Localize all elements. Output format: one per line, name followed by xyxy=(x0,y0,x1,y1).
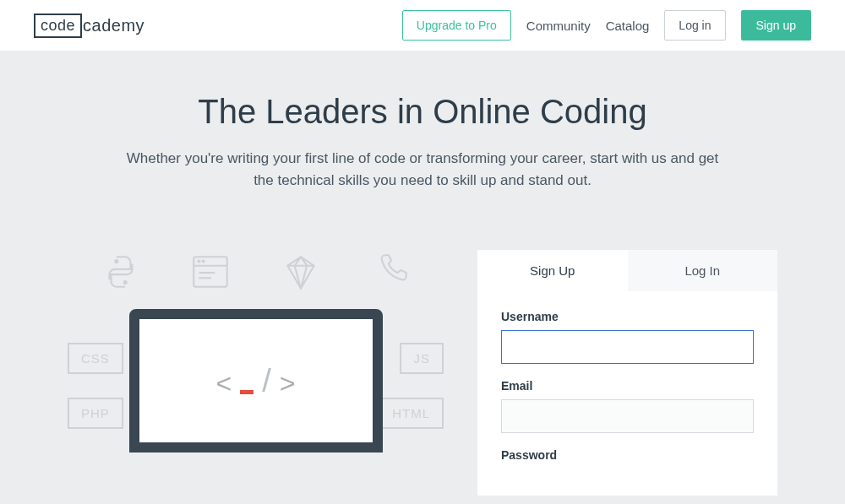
logo-text: cademy xyxy=(83,16,144,35)
badge-js: JS xyxy=(400,343,444,374)
logo[interactable]: codecademy xyxy=(34,14,144,38)
badge-php: PHP xyxy=(68,398,123,429)
hero-content-row: CSS JS PHP HTML < / > Sign Up xyxy=(51,250,794,496)
svg-point-4 xyxy=(199,260,200,262)
hero-subtitle: Whether you're writing your first line o… xyxy=(118,148,727,191)
site-header: codecademy Upgrade to Pro Community Cata… xyxy=(0,0,845,51)
logo-box: code xyxy=(34,14,82,38)
nav-community[interactable]: Community xyxy=(526,19,591,33)
tab-login[interactable]: Log In xyxy=(628,250,778,291)
ruby-icon xyxy=(279,250,323,294)
phone-icon xyxy=(368,250,412,294)
cursor-icon xyxy=(240,390,254,394)
username-label: Username xyxy=(501,310,754,323)
slash: / xyxy=(262,363,271,399)
svg-point-1 xyxy=(124,281,127,284)
angle-left: < xyxy=(216,368,232,399)
username-input[interactable] xyxy=(501,330,754,364)
tab-signup[interactable]: Sign Up xyxy=(477,250,628,291)
badge-css: CSS xyxy=(68,343,123,374)
illustration: CSS JS PHP HTML < / > xyxy=(68,250,444,486)
nav-catalog[interactable]: Catalog xyxy=(606,19,650,33)
signup-form: Username Email Password xyxy=(477,291,777,496)
hero-title: The Leaders in Online Coding xyxy=(51,93,794,131)
auth-tabs: Sign Up Log In xyxy=(477,250,777,291)
monitor-illustration: < / > xyxy=(129,309,383,453)
login-button[interactable]: Log in xyxy=(664,10,725,41)
signup-button[interactable]: Sign up xyxy=(741,10,811,41)
hero-section: The Leaders in Online Coding Whether you… xyxy=(0,51,845,504)
password-label: Password xyxy=(501,448,754,462)
field-username: Username xyxy=(501,310,754,364)
email-input[interactable] xyxy=(501,399,754,433)
auth-card: Sign Up Log In Username Email Password xyxy=(477,250,777,496)
tech-icons-row xyxy=(68,250,444,294)
code-face-icon: < / > xyxy=(216,363,296,399)
badge-html: HTML xyxy=(379,398,444,429)
browser-icon xyxy=(188,250,232,294)
angle-right: > xyxy=(280,368,296,399)
field-password: Password xyxy=(501,448,754,462)
svg-point-5 xyxy=(203,260,204,262)
upgrade-button[interactable]: Upgrade to Pro xyxy=(402,10,511,41)
svg-point-0 xyxy=(115,260,117,263)
python-icon xyxy=(99,250,143,294)
monitor-screen: < / > xyxy=(129,309,383,453)
email-label: Email xyxy=(501,379,754,393)
field-email: Email xyxy=(501,379,754,433)
top-nav: Upgrade to Pro Community Catalog Log in … xyxy=(402,10,811,41)
